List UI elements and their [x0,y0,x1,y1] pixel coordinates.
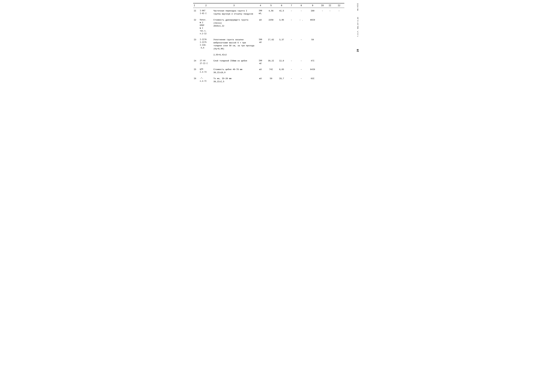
row1-col4: I00 м3, [255,8,266,17]
row5-col9: 64I0 [307,67,319,76]
row4-col9: 47I [307,58,319,67]
row6-col7: – [287,76,296,85]
doc-title-label: Т.П.Р. 501-07-5.84 [357,17,359,37]
doc-series-label: Ам.VIII [356,3,359,11]
row6-col6: IO,7 [276,76,287,85]
col-header-9: 9 [307,3,319,8]
row5-col8: – [296,67,307,76]
row6-col5: 59 [266,76,276,85]
series-text: Ам.VIII [357,3,359,11]
row2-col8: – . [296,17,307,37]
row5-col10 [319,67,326,76]
table-row: I4 27-44 27-II-I Слой толщиной I50мм из … [193,58,344,67]
row2-col12 [334,17,344,37]
row2-col11 [326,17,334,37]
row4-col8: – [296,58,307,67]
row1-col10: – [319,8,326,17]
row2-col10 [319,17,326,37]
doc-title-text: Т.П.Р. 501-07-5.84 [357,17,359,37]
row5-col5: 74I [266,67,276,76]
row5-col4: м3 [255,67,266,76]
row3-col7: – [287,37,296,58]
right-sidebar: Ам.VIII Т.П.Р. 501-07-5.84 28 [350,3,363,85]
row3-col8: – [296,37,307,58]
row2-col7: – [287,17,296,37]
row3-col1: I3 [193,37,199,58]
table-header: I 2 3 4 5 6 7 8 9 IO II I2 [193,3,344,8]
row1-col1: II [193,8,199,17]
row5-col11 [326,67,334,76]
table-row: I6 -"– п.4-7I То же, IO-20 мм39,2IxI,5 м… [193,76,344,85]
row4-col10 [319,58,326,67]
row3-col12 [334,37,344,58]
col-header-2: 2 [199,3,213,8]
page-number-text: 28 [356,49,359,52]
row3-col6: 3,37 [276,37,287,58]
table-row: I5 ЦТП п.4-74 Стоимость щебня 40-70 мм39… [193,67,344,76]
row3-col3: Уплотнение грунта засыпки виброкатками м… [213,37,255,58]
row6-col2: -"– п.4-7I [199,76,213,85]
row6-col8: – [296,76,307,85]
row2-col6: 3,95 [276,17,287,37]
row4-col2: 27-44 27-II-I [199,58,213,67]
page-number-label: 28 [356,49,359,52]
row2-col5: 2258 [266,17,276,37]
row2-col4: м3 [255,17,266,37]
row6-col12 [334,76,344,85]
row1-col12: – [334,8,344,17]
col-header-8: 8 [296,3,307,8]
row4-col3: Слой толщиной I50мм из щебня [213,58,255,67]
row6-col4: м3 [255,76,266,85]
row2-col2: Кальк. № 2 ЕРЕР № I тех.ч. п.2-I2 [199,17,213,37]
row1-col9: I89 [307,8,319,17]
row1-col3: Частичная перекидка грунта I группы вруч… [213,8,255,17]
col-header-3: 3 [213,3,255,8]
row3-col9: 59 [307,37,319,58]
row1-col6: 4I,5 [276,8,287,17]
table-row: II I-967 I-8I-I Частичная перекидка грун… [193,8,344,17]
row3-col2: I-II70 I-II75 I-II8- -5,6 [199,37,213,58]
row5-col1: I5 [193,67,199,76]
row4-col11 [326,58,334,67]
row6-col3: То же, IO-20 мм39,2IxI,5 [213,76,255,85]
row4-col7: – [287,58,296,67]
col-header-11: II [326,3,334,8]
row6-col9: 63I [307,76,319,85]
row4-col5: 39,2I [266,58,276,67]
row5-col2: ЦТП п.4-74 [199,67,213,76]
row4-col12 [334,58,344,67]
row4-col1: I4 [193,58,199,67]
row3-col11 [326,37,334,58]
row3-col10 [319,37,326,58]
row4-col6: I2,0 [276,58,287,67]
col-header-4: 4 [255,3,266,8]
row5-col3: Стоимость щебня 40-70 мм39,2Ix18,9 [213,67,255,76]
row1-col2: I-967 I-8I-I [199,8,213,17]
col-header-10: IO [319,3,326,8]
row5-col7: – [287,67,296,76]
row3-col4: I00 м3 [255,37,266,58]
row3-col5: I7,62 [266,37,276,58]
row1-col8: – [296,8,307,17]
col-header-12: I2 [334,3,344,8]
row6-col10 [319,76,326,85]
col-header-7: 7 [287,3,296,8]
row5-col6: 8,65 [276,67,287,76]
col-header-5: 5 [266,3,276,8]
row4-col4: I00 м2 [255,58,266,67]
row2-col9: 89I9 [307,17,319,37]
col-header-6: 6 [276,3,287,8]
row1-col11: – [326,8,334,17]
row2-col1: I2 [193,17,199,37]
table-row: I2 Кальк. № 2 ЕРЕР № I тех.ч. п.2-I2 Сто… [193,17,344,37]
col-header-1: I [193,3,199,8]
row5-col12 [334,67,344,76]
table-row: I3 I-II70 I-II75 I-II8- -5,6 Уплотнение … [193,37,344,58]
row6-col11 [326,76,334,85]
row1-col7: – [287,8,296,17]
row2-col3: Стоимость дренирующего грунта (песка)2OI… [213,17,255,37]
row6-col1: I6 [193,76,199,85]
row1-col5: 4,56 [266,8,276,17]
